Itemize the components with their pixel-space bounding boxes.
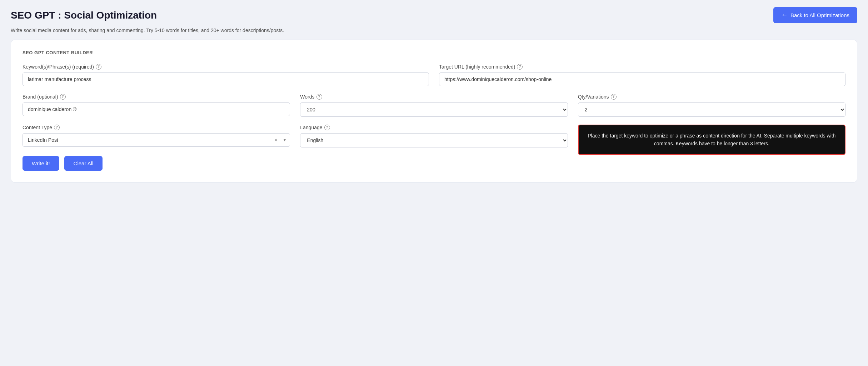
brand-label: Brand (optional) ?	[23, 94, 290, 100]
write-button[interactable]: Write it!	[23, 156, 59, 171]
content-type-clear-icon[interactable]: ×	[274, 137, 277, 143]
target-url-group: Target URL (highly recommended) ?	[439, 64, 845, 86]
content-type-select-wrapper: LinkedIn Post Facebook Post Twitter Post…	[23, 133, 290, 147]
words-help-icon[interactable]: ?	[316, 94, 322, 100]
qty-label: Qty/Variations ?	[578, 94, 845, 100]
page-subtitle: Write social media content for ads, shar…	[11, 27, 857, 33]
qty-select[interactable]: 1 2 3 4 5	[578, 102, 845, 117]
words-select[interactable]: 50 100 150 200 300 500	[300, 102, 568, 117]
main-card: SEO GPT CONTENT BUILDER Keyword(s)/Phras…	[11, 40, 857, 182]
words-label: Words ?	[300, 94, 568, 100]
keyword-input[interactable]	[23, 72, 429, 86]
language-group: Language ? English Spanish French German…	[300, 125, 568, 147]
back-arrow-icon: ←	[781, 11, 788, 19]
keyword-tooltip: Place the target keyword to optimize or …	[578, 125, 845, 155]
content-type-select[interactable]: LinkedIn Post Facebook Post Twitter Post…	[23, 133, 290, 147]
language-label: Language ?	[300, 125, 568, 130]
keyword-help-icon[interactable]: ?	[96, 64, 101, 70]
qty-help-icon[interactable]: ?	[611, 94, 617, 100]
section-title: SEO GPT CONTENT BUILDER	[23, 50, 845, 55]
back-button-label: Back to All Optimizations	[790, 12, 849, 18]
content-type-label: Content Type ?	[23, 125, 290, 130]
content-type-help-icon[interactable]: ?	[54, 125, 60, 130]
language-help-icon[interactable]: ?	[324, 125, 330, 130]
brand-help-icon[interactable]: ?	[60, 94, 66, 100]
target-url-input[interactable]	[439, 72, 845, 86]
page-title: SEO GPT : Social Optimization	[11, 10, 157, 21]
brand-group: Brand (optional) ?	[23, 94, 290, 116]
language-select[interactable]: English Spanish French German Italian	[300, 133, 568, 147]
back-button[interactable]: ← Back to All Optimizations	[773, 7, 857, 23]
words-group: Words ? 50 100 150 200 300 500	[300, 94, 568, 117]
qty-group: Qty/Variations ? 1 2 3 4 5	[578, 94, 845, 117]
target-url-label: Target URL (highly recommended) ?	[439, 64, 845, 70]
keyword-group: Keyword(s)/Phrase(s) (required) ?	[23, 64, 429, 86]
clear-button[interactable]: Clear All	[64, 156, 103, 171]
content-type-group: Content Type ? LinkedIn Post Facebook Po…	[23, 125, 290, 171]
brand-input[interactable]	[23, 102, 290, 116]
keyword-label: Keyword(s)/Phrase(s) (required) ?	[23, 64, 429, 70]
target-url-help-icon[interactable]: ?	[517, 64, 523, 70]
